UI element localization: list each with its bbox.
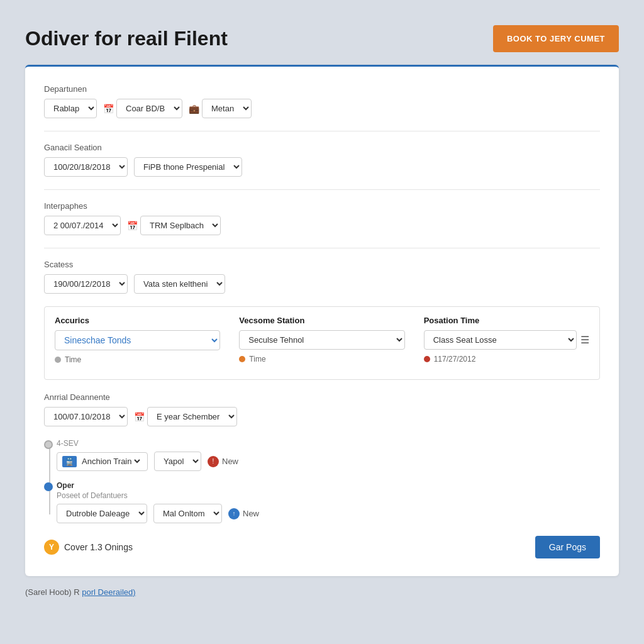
arrival-label: Anrrial Deannente [44,392,600,402]
arrival-station-select[interactable]: E year Schember [147,407,237,426]
vecsome-sub: Time [239,355,404,364]
interpaphes-label: Interpaphes [44,201,600,211]
vecsome-col: Vecsome Station Seculse Tehnol Time [239,316,404,364]
step2-item: Oper Poseet of Defantuers Dutroble Dalea… [57,481,600,523]
step2-label: Oper [57,481,600,490]
divider3 [44,248,600,248]
posation-label: Posation Time [424,316,589,325]
interpaphes-station-wrapper: 📅 TRM Seplbach [127,216,221,235]
accurics-select[interactable]: Sineschae Tonds [55,330,220,350]
step2-select2[interactable]: Mal Onltom [153,504,222,523]
posation-dot [424,356,430,362]
interpaphes-controls: 2 00/07./2014 📅 TRM Seplbach [44,216,600,235]
bottom-section: Y Cover 1.3 Onings Gar Pogs [44,536,600,558]
step2-badge-icon: ↑ [228,508,240,519]
scatess-date-select[interactable]: 190/00/12/2018 [44,274,128,294]
scatess-station-select[interactable]: Vata sten keltheni [134,274,225,294]
departure-controls: Rablap 📅 Coar BD/B 💼 Metan [44,99,600,118]
posation-select[interactable]: Class Seat Losse [424,330,577,350]
posation-col: Posation Time Class Seat Losse ☰ 117/27/… [424,316,589,364]
interpaphes-section: Interpaphes 2 00/07./2014 📅 TRM Seplbach [44,201,600,235]
arrival-section: Anrrial Deannente 100/07.10/2018 📅 E yea… [44,392,600,426]
posation-controls: Class Seat Losse ☰ [424,330,589,350]
departure-label: Departunen [44,84,600,94]
inner-box: Accurics Sineschae Tonds Time Vecsome St… [44,306,600,380]
step1-controls: 🚆 Anchion Train Yapol ! New [57,452,600,471]
inner-box-header: Accurics Sineschae Tonds Time Vecsome St… [55,316,589,364]
divider2 [44,189,600,190]
footer-link[interactable]: porl Deerailed) [82,587,135,597]
vecsome-label: Vecsome Station [239,316,404,325]
footer: (Sarel Hoob) R porl Deerailed) [25,587,619,597]
book-button[interactable]: BOOK TO JERY CUMET [493,25,619,52]
steps-section: 4-SEV 🚆 Anchion Train Yapol ! New [44,439,600,523]
calendar-icon3: 📅 [134,412,145,422]
scatess-label: Scatess [44,260,600,269]
page-title: Odiver for reail Filent [25,27,228,50]
step2-new-badge: ↑ New [228,508,259,519]
cover-text: Cover 1.3 Onings [64,542,133,552]
train-icon: 🚆 [62,456,77,467]
departure-select1[interactable]: Rablap [44,99,97,118]
ganacil-section: Ganacil Seation 100/20/18/2018 FiPB thon… [44,143,600,177]
gar-button[interactable]: Gar Pogs [535,536,600,558]
step-line [49,448,50,514]
step1-new-badge: ! New [208,456,238,467]
scatess-controls: 190/00/12/2018 Vata sten keltheni [44,274,600,294]
cover-icon: Y [44,540,59,555]
list-icon[interactable]: ☰ [580,334,589,346]
step2-select1[interactable]: Dutroble Daleage [57,504,147,523]
departure-section: Departunen Rablap 📅 Coar BD/B 💼 Metan [44,84,600,118]
step1-select1-wrapper: 🚆 Anchion Train [57,452,148,471]
ganacil-label: Ganacil Seation [44,143,600,152]
step1-select2[interactable]: Yapol [154,452,201,471]
departure-select3-wrapper: 💼 Metan [189,99,252,118]
posation-sub: 117/27/2012 [424,355,589,364]
interpaphes-station-select[interactable]: TRM Seplbach [140,216,221,235]
footer-text: (Sarel Hoob) R [25,587,80,597]
step1-item: 4-SEV 🚆 Anchion Train Yapol ! New [57,439,600,471]
step1-label: 4-SEV [57,439,600,448]
ganacil-date-select[interactable]: 100/20/18/2018 [44,157,128,177]
accurics-col: Accurics Sineschae Tonds Time [55,316,220,364]
departure-select2[interactable]: Coar BD/B [116,99,182,118]
ganacil-station-select[interactable]: FiPB thone Prespenial [134,157,242,177]
step1-badge-icon: ! [208,456,219,467]
cover-info: Y Cover 1.3 Onings [44,540,133,555]
calendar-icon: 📅 [103,104,114,114]
vecsome-dot [239,356,245,362]
interpaphes-date-select[interactable]: 2 00/07./2014 [44,216,121,235]
step1-new-text: New [222,457,238,466]
arrival-date-select[interactable]: 100/07.10/2018 [44,407,128,426]
vecsome-select[interactable]: Seculse Tehnol [239,330,404,350]
accurics-dot [55,357,61,363]
accurics-label: Accurics [55,316,220,325]
step2-controls: Dutroble Daleage Mal Onltom ↑ New [57,504,600,523]
departure-select2-wrapper: 📅 Coar BD/B [103,99,182,118]
step1-select1[interactable]: Anchion Train [79,456,142,467]
arrival-controls: 100/07.10/2018 📅 E year Schember [44,407,600,426]
arrival-station-wrapper: 📅 E year Schember [134,407,237,426]
divider1 [44,131,600,131]
bag-icon: 💼 [189,104,199,114]
main-card: Departunen Rablap 📅 Coar BD/B 💼 Metan Ga… [25,65,619,576]
step2-new-text: New [243,509,259,518]
step2-sublabel: Poseet of Defantuers [57,491,600,500]
ganacil-controls: 100/20/18/2018 FiPB thone Prespenial [44,157,600,177]
step2-dot [44,482,53,491]
step1-dot [44,440,53,449]
calendar-icon2: 📅 [127,221,138,231]
accurics-sub: Time [55,355,220,364]
departure-select3[interactable]: Metan [202,99,252,118]
scatess-section: Scatess 190/00/12/2018 Vata sten kelthen… [44,260,600,294]
